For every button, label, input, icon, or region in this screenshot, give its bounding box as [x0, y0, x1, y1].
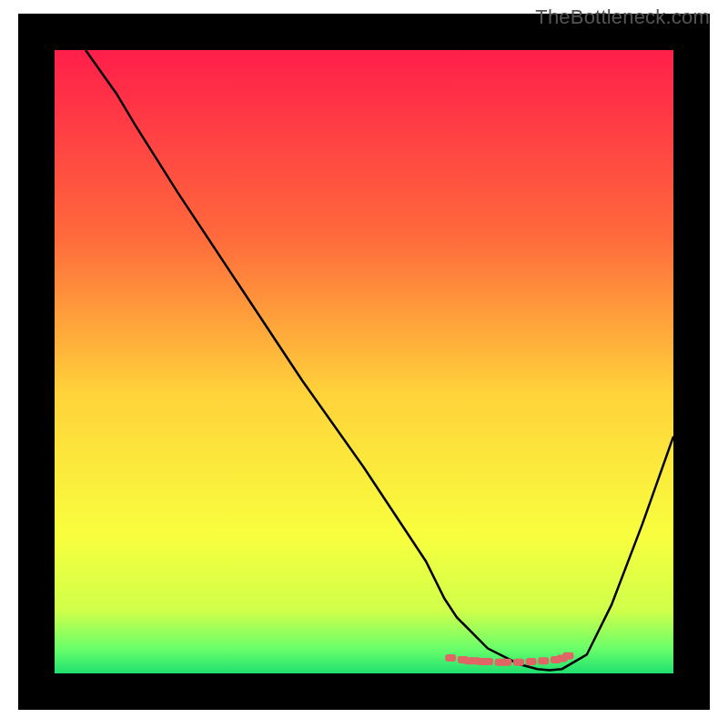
chart-svg [0, 0, 728, 728]
svg-rect-13 [562, 652, 573, 660]
chart-container: TheBottleneck.com [0, 0, 728, 728]
svg-rect-9 [526, 658, 537, 665]
svg-rect-8 [513, 659, 524, 666]
svg-rect-10 [538, 657, 549, 664]
svg-rect-0 [445, 654, 456, 662]
svg-rect-5 [482, 658, 493, 665]
watermark-text: TheBottleneck.com [535, 5, 710, 29]
svg-rect-7 [500, 659, 511, 666]
